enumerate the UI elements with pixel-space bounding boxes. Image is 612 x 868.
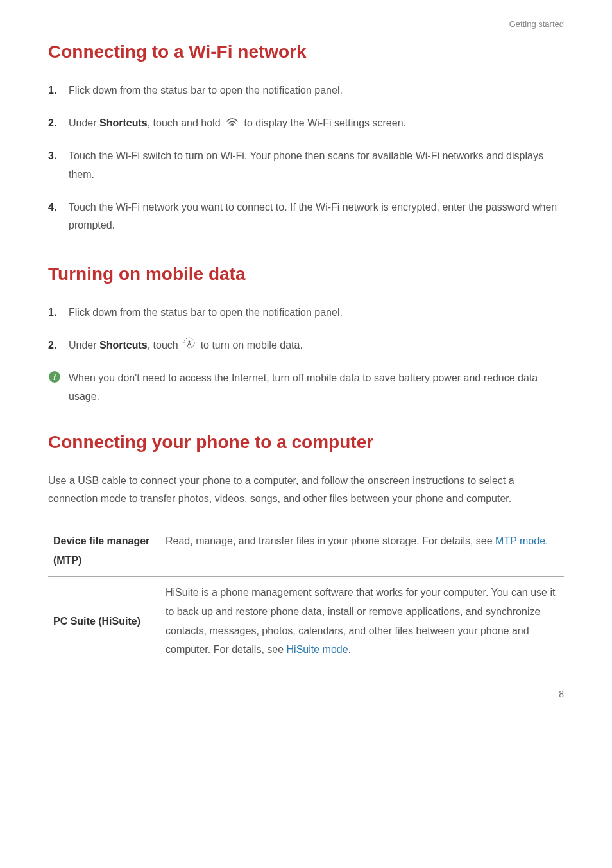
section-title-wifi: Connecting to a Wi-Fi network	[48, 42, 564, 62]
table-desc: Read, manage, and transfer files in your…	[160, 525, 564, 577]
step-item: 2. Under Shortcuts, touch to turn on mob…	[48, 336, 564, 355]
info-icon: i	[48, 370, 61, 390]
step-text: Under	[69, 340, 99, 351]
desc-text: .	[545, 535, 548, 546]
step-text: Flick down from the status bar to open t…	[69, 307, 343, 318]
step-text: , touch and hold	[148, 117, 223, 128]
step-number: 2.	[48, 336, 56, 355]
svg-point-0	[232, 125, 233, 126]
step-text: Touch the Wi-Fi network you want to conn…	[69, 202, 557, 231]
info-note: i When you don't need to access the Inte…	[48, 369, 564, 406]
note-text: When you don't need to access the Intern…	[69, 372, 538, 402]
desc-text: HiSuite is a phone management software t…	[166, 587, 555, 655]
table-desc: HiSuite is a phone management software t…	[160, 577, 564, 666]
link-hisuite-mode[interactable]: HiSuite mode	[287, 644, 348, 655]
page-number: 8	[48, 689, 564, 699]
desc-text: .	[348, 644, 351, 655]
wifi-icon	[226, 114, 239, 133]
antenna-icon	[183, 336, 195, 355]
section-paragraph: Use a USB cable to connect your phone to…	[48, 472, 564, 509]
link-mtp-mode[interactable]: MTP mode	[495, 535, 545, 546]
table-row: Device file manager (MTP) Read, manage, …	[48, 525, 564, 577]
section-title-mobile-data: Turning on mobile data	[48, 264, 564, 284]
section-title-computer: Connecting your phone to a computer	[48, 432, 564, 453]
svg-text:i: i	[53, 372, 56, 382]
step-item: 1. Flick down from the status bar to ope…	[48, 82, 564, 100]
step-text: to display the Wi-Fi settings screen.	[241, 117, 406, 128]
step-item: 1. Flick down from the status bar to ope…	[48, 304, 564, 322]
step-number: 4.	[48, 198, 56, 217]
step-text: , touch	[148, 340, 181, 351]
step-text: to turn on mobile data.	[198, 340, 303, 351]
step-text: Flick down from the status bar to open t…	[69, 85, 343, 96]
step-number: 2.	[48, 114, 56, 133]
step-item: 2. Under Shortcuts, touch and hold to di…	[48, 114, 564, 133]
step-text: Under	[69, 117, 99, 128]
table-label: PC Suite (HiSuite)	[48, 577, 160, 666]
step-number: 1.	[48, 304, 56, 322]
connection-modes-table: Device file manager (MTP) Read, manage, …	[48, 525, 564, 666]
step-bold: Shortcuts	[99, 117, 148, 128]
step-item: 3. Touch the Wi-Fi switch to turn on Wi-…	[48, 147, 564, 184]
step-number: 3.	[48, 147, 56, 166]
step-text: Touch the Wi-Fi switch to turn on Wi-Fi.…	[69, 150, 543, 180]
step-bold: Shortcuts	[99, 340, 148, 351]
step-item: 4. Touch the Wi-Fi network you want to c…	[48, 198, 564, 236]
table-label: Device file manager (MTP)	[48, 525, 160, 577]
breadcrumb: Getting started	[48, 19, 564, 29]
step-number: 1.	[48, 82, 56, 100]
desc-text: Read, manage, and transfer files in your…	[166, 535, 495, 546]
table-row: PC Suite (HiSuite) HiSuite is a phone ma…	[48, 577, 564, 666]
